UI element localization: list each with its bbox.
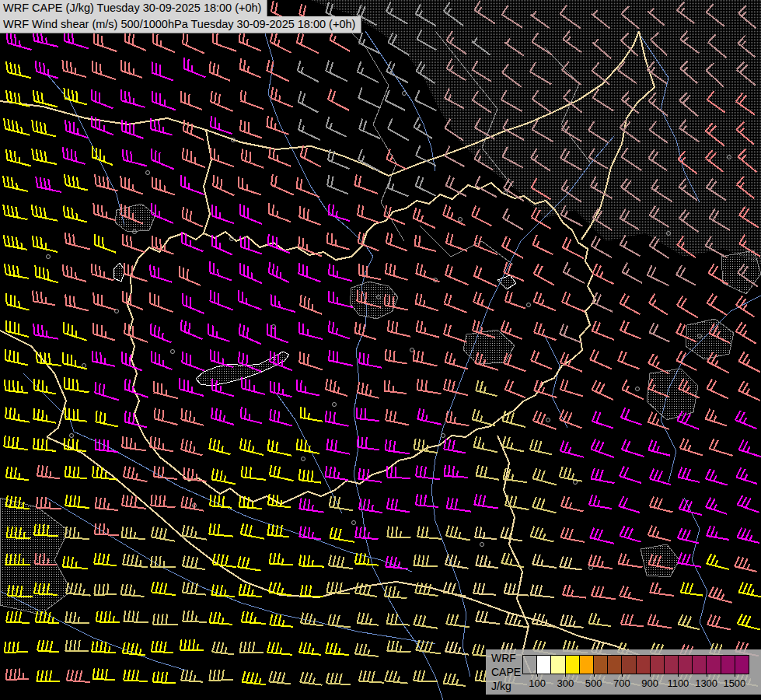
legend-color-cell (537, 656, 551, 674)
legend-unit-label: J/kg (491, 679, 521, 693)
legend-color-cell (735, 656, 749, 674)
legend-tick-mark (735, 674, 735, 677)
legend-color-cell (608, 656, 622, 674)
legend-model-label: WRF (491, 651, 521, 665)
legend-tick-mark (594, 674, 595, 677)
wrf-weather-map-view: WRF CAPE (J/kg) Tuesday 30-09-2025 18:00… (0, 0, 761, 700)
legend-tick-mark (707, 674, 707, 677)
legend-color-cell (551, 656, 565, 674)
legend-color-cell (679, 656, 693, 674)
legend-color-cell (651, 656, 665, 674)
legend-color-cell (580, 656, 594, 674)
legend-color-cell (665, 656, 679, 674)
cape-legend: WRF CAPE J/kg 10030050070090011001300150… (486, 649, 761, 695)
legend-tick-mark (622, 674, 623, 677)
legend-color-cell (707, 656, 721, 674)
legend-tick-mark (650, 674, 651, 677)
legend-color-cell (594, 656, 608, 674)
legend-color-cell (622, 656, 636, 674)
legend-tick-mark (565, 674, 566, 677)
legend-color-cell (566, 656, 580, 674)
legend-tick-mark (678, 674, 679, 677)
legend-tick-mark (537, 674, 538, 677)
legend-variable-label: CAPE (491, 665, 521, 679)
legend-color-cell (721, 656, 735, 674)
legend-color-cell (637, 656, 651, 674)
legend-color-cell (523, 656, 537, 674)
legend-color-cell (693, 656, 707, 674)
legend-color-bar (522, 655, 749, 674)
title-shear-line: WRF Wind shear (m/s) 500/1000hPa Tuesday… (0, 16, 361, 33)
title-cape-line: WRF CAPE (J/kg) Tuesday 30-09-2025 18:00… (0, 0, 267, 17)
legend-tick-label: 1500 (717, 677, 752, 689)
legend-label-block: WRF CAPE J/kg (491, 651, 521, 693)
map-canvas (0, 0, 761, 700)
